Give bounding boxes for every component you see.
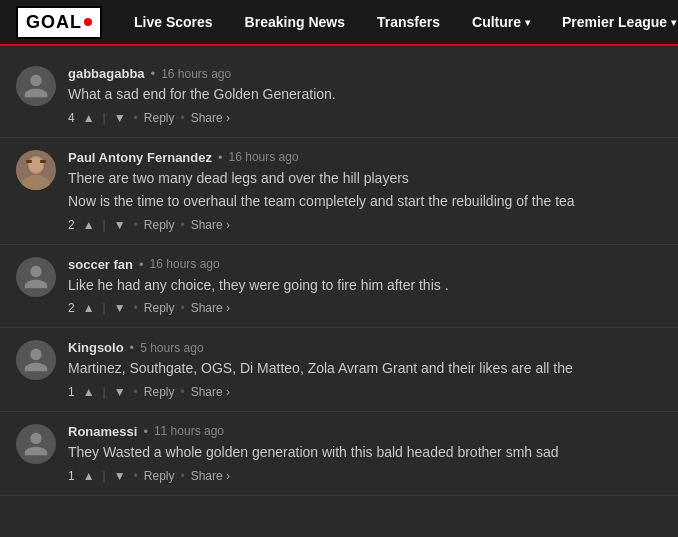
logo[interactable]: GOAL bbox=[16, 6, 102, 39]
comment-4-time: 5 hours ago bbox=[140, 341, 203, 355]
default-user-icon-4 bbox=[22, 346, 50, 374]
avatar-gabbagabba bbox=[16, 66, 56, 106]
comment-4-text: Martinez, Southgate, OGS, Di Matteo, Zol… bbox=[68, 359, 628, 379]
comment-3-share[interactable]: Share › bbox=[191, 301, 230, 315]
nav-culture-label: Culture bbox=[472, 14, 521, 30]
comment-1-time: 16 hours ago bbox=[161, 67, 231, 81]
comment-4-body: Kingsolo • 5 hours ago Martinez, Southga… bbox=[68, 340, 662, 399]
comment-5-actions: 1 ▲ | ▼ • Reply • Share › bbox=[68, 469, 662, 483]
comments-container: gabbagabba • 16 hours ago What a sad end… bbox=[0, 46, 678, 504]
nav-culture[interactable]: Culture ▾ bbox=[456, 0, 546, 44]
logo-dot bbox=[84, 18, 92, 26]
comment-5-bullet2: • bbox=[180, 469, 184, 483]
comment-5-downvote[interactable]: ▼ bbox=[112, 469, 128, 483]
navbar: GOAL Live Scores Breaking News Transfers… bbox=[0, 0, 678, 46]
comment-2-text2: Now is the time to overhaul the team com… bbox=[68, 192, 628, 212]
comment-3: soccer fan • 16 hours ago Like he had an… bbox=[0, 245, 678, 329]
comment-2-header: Paul Antony Fernandez • 16 hours ago bbox=[68, 150, 662, 165]
comment-4-username: Kingsolo bbox=[68, 340, 124, 355]
comment-4-reply[interactable]: Reply bbox=[144, 385, 175, 399]
comment-1-reply[interactable]: Reply bbox=[144, 111, 175, 125]
comment-1-username: gabbagabba bbox=[68, 66, 145, 81]
comment-2-body: Paul Antony Fernandez • 16 hours ago The… bbox=[68, 150, 662, 232]
comment-1-body: gabbagabba • 16 hours ago What a sad end… bbox=[68, 66, 662, 125]
comment-5-time: 11 hours ago bbox=[154, 424, 224, 438]
comment-4: Kingsolo • 5 hours ago Martinez, Southga… bbox=[0, 328, 678, 412]
comment-3-time: 16 hours ago bbox=[150, 257, 220, 271]
comment-5-body: Ronamessi • 11 hours ago They Wasted a w… bbox=[68, 424, 662, 483]
avatar-soccer-fan bbox=[16, 257, 56, 297]
comment-3-upvote[interactable]: ▲ bbox=[81, 301, 97, 315]
svg-rect-4 bbox=[26, 160, 32, 163]
comment-1-share[interactable]: Share › bbox=[191, 111, 230, 125]
comment-4-vote-count: 1 bbox=[68, 385, 75, 399]
nav-premier-league-label: Premier League bbox=[562, 14, 667, 30]
comment-5-bullet1: • bbox=[134, 469, 138, 483]
comment-5-share[interactable]: Share › bbox=[191, 469, 230, 483]
comment-5-username: Ronamessi bbox=[68, 424, 137, 439]
comment-2-actions: 2 ▲ | ▼ • Reply • Share › bbox=[68, 218, 662, 232]
comment-3-downvote[interactable]: ▼ bbox=[112, 301, 128, 315]
comment-1-vote-count: 4 bbox=[68, 111, 75, 125]
comment-2-time: 16 hours ago bbox=[229, 150, 299, 164]
comment-2-sep1: | bbox=[103, 218, 106, 232]
comment-5-reply[interactable]: Reply bbox=[144, 469, 175, 483]
comment-1-bullet1: • bbox=[134, 111, 138, 125]
comment-2: Paul Antony Fernandez • 16 hours ago The… bbox=[0, 138, 678, 245]
comment-3-vote-count: 2 bbox=[68, 301, 75, 315]
comment-5: Ronamessi • 11 hours ago They Wasted a w… bbox=[0, 412, 678, 496]
comment-4-dot: • bbox=[130, 340, 135, 355]
premier-league-arrow-icon: ▾ bbox=[671, 17, 676, 28]
comment-4-bullet1: • bbox=[134, 385, 138, 399]
paul-photo-icon bbox=[16, 150, 56, 190]
comment-2-upvote[interactable]: ▲ bbox=[81, 218, 97, 232]
comment-5-header: Ronamessi • 11 hours ago bbox=[68, 424, 662, 439]
nav-live-scores[interactable]: Live Scores bbox=[118, 0, 229, 44]
comment-4-upvote[interactable]: ▲ bbox=[81, 385, 97, 399]
comment-3-bullet2: • bbox=[180, 301, 184, 315]
comment-4-share[interactable]: Share › bbox=[191, 385, 230, 399]
comment-3-text: Like he had any choice, they were going … bbox=[68, 276, 628, 296]
comment-3-actions: 2 ▲ | ▼ • Reply • Share › bbox=[68, 301, 662, 315]
comment-1-upvote[interactable]: ▲ bbox=[81, 111, 97, 125]
comment-2-vote-count: 2 bbox=[68, 218, 75, 232]
comment-3-bullet1: • bbox=[134, 301, 138, 315]
avatar-ronamessi bbox=[16, 424, 56, 464]
comment-3-dot: • bbox=[139, 257, 144, 272]
comment-1-sep1: | bbox=[103, 111, 106, 125]
comment-4-header: Kingsolo • 5 hours ago bbox=[68, 340, 662, 355]
avatar-paul bbox=[16, 150, 56, 190]
nav-premier-league[interactable]: Premier League ▾ bbox=[546, 0, 678, 44]
comment-3-sep1: | bbox=[103, 301, 106, 315]
comment-1-dot: • bbox=[151, 66, 156, 81]
comment-3-header: soccer fan • 16 hours ago bbox=[68, 257, 662, 272]
comment-2-dot: • bbox=[218, 150, 223, 165]
comment-1-bullet2: • bbox=[180, 111, 184, 125]
comment-2-username: Paul Antony Fernandez bbox=[68, 150, 212, 165]
svg-rect-5 bbox=[40, 160, 46, 163]
comment-4-downvote[interactable]: ▼ bbox=[112, 385, 128, 399]
comment-1-text: What a sad end for the Golden Generation… bbox=[68, 85, 628, 105]
comment-2-reply[interactable]: Reply bbox=[144, 218, 175, 232]
nav-transfers[interactable]: Transfers bbox=[361, 0, 456, 44]
comment-4-sep1: | bbox=[103, 385, 106, 399]
comment-2-bullet2: • bbox=[180, 218, 184, 232]
nav-links: Live Scores Breaking News Transfers Cult… bbox=[118, 0, 678, 44]
comment-2-downvote[interactable]: ▼ bbox=[112, 218, 128, 232]
default-user-icon bbox=[22, 72, 50, 100]
default-user-icon-3 bbox=[22, 263, 50, 291]
comment-2-share[interactable]: Share › bbox=[191, 218, 230, 232]
comment-1-actions: 4 ▲ | ▼ • Reply • Share › bbox=[68, 111, 662, 125]
comment-1-downvote[interactable]: ▼ bbox=[112, 111, 128, 125]
comment-5-sep1: | bbox=[103, 469, 106, 483]
comment-5-vote-count: 1 bbox=[68, 469, 75, 483]
default-user-icon-5 bbox=[22, 430, 50, 458]
comment-3-reply[interactable]: Reply bbox=[144, 301, 175, 315]
logo-text: GOAL bbox=[26, 12, 82, 33]
nav-breaking-news[interactable]: Breaking News bbox=[229, 0, 361, 44]
comment-4-actions: 1 ▲ | ▼ • Reply • Share › bbox=[68, 385, 662, 399]
comment-5-dot: • bbox=[143, 424, 148, 439]
comment-5-upvote[interactable]: ▲ bbox=[81, 469, 97, 483]
comment-3-username: soccer fan bbox=[68, 257, 133, 272]
avatar-kingsolo bbox=[16, 340, 56, 380]
